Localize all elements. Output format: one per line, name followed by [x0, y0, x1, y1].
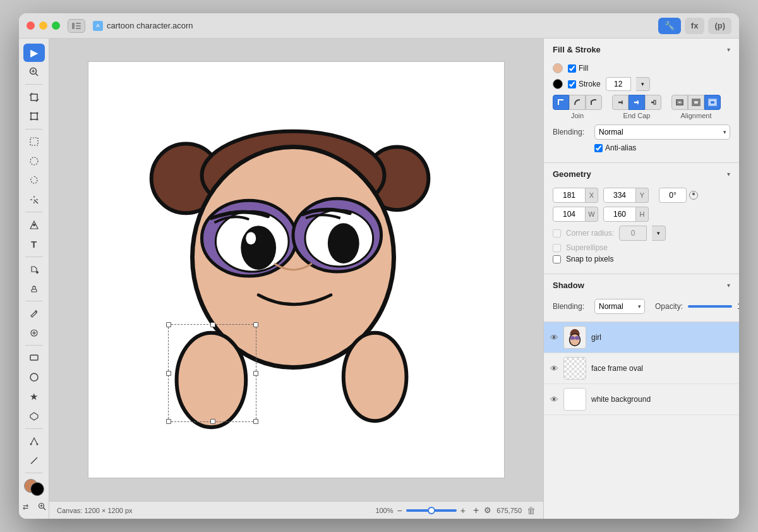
- brush-fill-button[interactable]: [23, 305, 45, 323]
- superellipse-checkbox[interactable]: [553, 244, 561, 252]
- main-window: A cartoon character.acorn 🔧 fx (p) ▶: [19, 13, 739, 519]
- blending-select-wrapper[interactable]: Normal Multiply Screen Overlay ▾: [594, 124, 730, 140]
- zoom-slider[interactable]: [406, 509, 457, 512]
- geometry-header[interactable]: Geometry ▾: [544, 163, 739, 184]
- align-center-button[interactable]: [688, 95, 704, 110]
- layer-white-bg[interactable]: 👁 white background: [544, 384, 739, 415]
- endcap-round-button[interactable]: [629, 95, 645, 110]
- text-button[interactable]: (p): [708, 18, 731, 34]
- layer-girl[interactable]: 👁 girl: [544, 322, 739, 353]
- stroke-color-dot[interactable]: [553, 79, 563, 89]
- zoom-minus-icon[interactable]: −: [397, 505, 402, 516]
- join-miter-button[interactable]: [553, 95, 569, 110]
- layer-girl-visibility[interactable]: 👁: [550, 333, 558, 342]
- join-round-button[interactable]: [569, 95, 586, 110]
- layer-face-visibility[interactable]: 👁: [550, 364, 558, 373]
- w-input-group: W: [553, 207, 598, 222]
- corner-radius-checkbox[interactable]: [553, 229, 561, 238]
- svg-rect-1: [76, 23, 81, 24]
- canvas-wrapper[interactable]: [49, 39, 543, 501]
- fill-checkbox-label[interactable]: Fill: [568, 64, 588, 73]
- tools-button[interactable]: 🔧: [658, 18, 681, 34]
- marquee-tool-button[interactable]: [23, 133, 45, 151]
- settings-button[interactable]: ⚙: [484, 505, 491, 515]
- stroke-color-swatch[interactable]: [30, 482, 44, 496]
- type-tool-button[interactable]: T: [23, 235, 45, 253]
- transform-tool-button[interactable]: [23, 107, 45, 126]
- oval-select-tool-button[interactable]: [23, 152, 45, 170]
- rectangle-shape-button[interactable]: [23, 349, 45, 367]
- join-bevel-button[interactable]: [586, 95, 602, 110]
- canvas-area: Canvas: 1200 × 1200 px 100% − + + ⚙ 675,…: [49, 39, 543, 519]
- pen-tool-button[interactable]: [23, 215, 45, 234]
- fill-stroke-header[interactable]: Fill & Stroke ▾: [544, 39, 739, 59]
- rotation-input[interactable]: [659, 188, 687, 203]
- zoom-plus-icon[interactable]: +: [460, 505, 466, 516]
- x-input[interactable]: [553, 188, 586, 203]
- endcap-butt-button[interactable]: [612, 95, 629, 110]
- stamp-tool-button[interactable]: [23, 279, 45, 298]
- stroke-dropdown[interactable]: ▾: [636, 77, 650, 91]
- endcap-square-button[interactable]: [645, 95, 661, 110]
- magic-wand-tool-button[interactable]: [23, 191, 45, 209]
- svg-point-17: [30, 157, 38, 165]
- antialias-checkbox[interactable]: [594, 144, 603, 152]
- corner-radius-label: Corner radius:: [566, 229, 614, 238]
- fx-button[interactable]: fx: [685, 18, 705, 34]
- vector-pen-button[interactable]: [23, 432, 45, 450]
- corner-radius-dropdown[interactable]: ▾: [652, 226, 666, 241]
- align-outside-button[interactable]: [704, 95, 721, 110]
- stroke-value-input[interactable]: 12: [606, 77, 631, 91]
- sidebar-toggle-button[interactable]: [68, 19, 85, 33]
- svg-rect-0: [72, 23, 75, 29]
- corner-radius-input[interactable]: [619, 226, 647, 241]
- star-shape-button[interactable]: ★: [23, 388, 45, 406]
- layer-bg-thumb: [563, 388, 586, 411]
- geometry-section: Geometry ▾ X Y: [544, 163, 739, 274]
- snap-to-pixels-label: Snap to pixels: [566, 255, 613, 263]
- align-inside-button[interactable]: [671, 95, 688, 110]
- shadow-blending-select[interactable]: Normal Multiply Screen: [594, 299, 645, 314]
- fill-color-dot[interactable]: [553, 63, 563, 73]
- oval-shape-button[interactable]: [23, 368, 45, 387]
- zoom-tool-button[interactable]: [23, 63, 45, 82]
- rotation-dial[interactable]: [689, 191, 698, 200]
- color-preview[interactable]: [24, 479, 44, 496]
- fill-checkbox[interactable]: [568, 64, 576, 73]
- crop-tool-button[interactable]: [23, 88, 45, 106]
- polygon-shape-button[interactable]: [23, 407, 45, 425]
- svg-line-18: [34, 200, 38, 203]
- y-input[interactable]: [603, 188, 636, 203]
- select-tool-button[interactable]: ▶: [23, 44, 45, 62]
- lasso-tool-button[interactable]: [23, 171, 45, 190]
- layer-face-frame-oval[interactable]: 👁 face frame oval: [544, 353, 739, 384]
- canvas-info: Canvas: 1200 × 1200 px: [57, 507, 133, 514]
- zoom-tool-small[interactable]: [35, 500, 49, 514]
- delete-layer-button[interactable]: 🗑: [527, 505, 536, 516]
- canvas-surface[interactable]: [88, 61, 505, 478]
- stroke-checkbox-label[interactable]: Stroke: [568, 80, 601, 88]
- zoom-slider-thumb[interactable]: [428, 507, 435, 514]
- svg-point-15: [36, 119, 38, 121]
- snap-to-pixels-checkbox[interactable]: [553, 255, 561, 263]
- h-input[interactable]: [603, 207, 636, 222]
- close-button[interactable]: [27, 21, 35, 30]
- line-tool-button[interactable]: [23, 452, 45, 470]
- h-input-group: H: [603, 207, 649, 222]
- layer-bg-visibility[interactable]: 👁: [550, 395, 558, 404]
- swap-colors-button[interactable]: ⇄: [19, 500, 33, 514]
- maximize-button[interactable]: [52, 21, 60, 30]
- blending-select[interactable]: Normal Multiply Screen Overlay: [594, 124, 730, 140]
- titlebar: A cartoon character.acorn 🔧 fx (p): [19, 13, 739, 39]
- svg-point-67: [575, 336, 580, 340]
- minimize-button[interactable]: [39, 21, 47, 30]
- x-input-group: X: [553, 188, 598, 203]
- shadow-header[interactable]: Shadow ▾: [544, 274, 739, 295]
- add-layer-button[interactable]: +: [473, 505, 479, 516]
- heal-tool-button[interactable]: [23, 324, 45, 342]
- stroke-checkbox[interactable]: [568, 80, 576, 88]
- paint-bucket-button[interactable]: [23, 260, 45, 279]
- w-input[interactable]: [553, 207, 586, 222]
- shadow-select-wrapper[interactable]: Normal Multiply Screen ▾: [594, 299, 645, 314]
- opacity-slider[interactable]: [688, 305, 732, 308]
